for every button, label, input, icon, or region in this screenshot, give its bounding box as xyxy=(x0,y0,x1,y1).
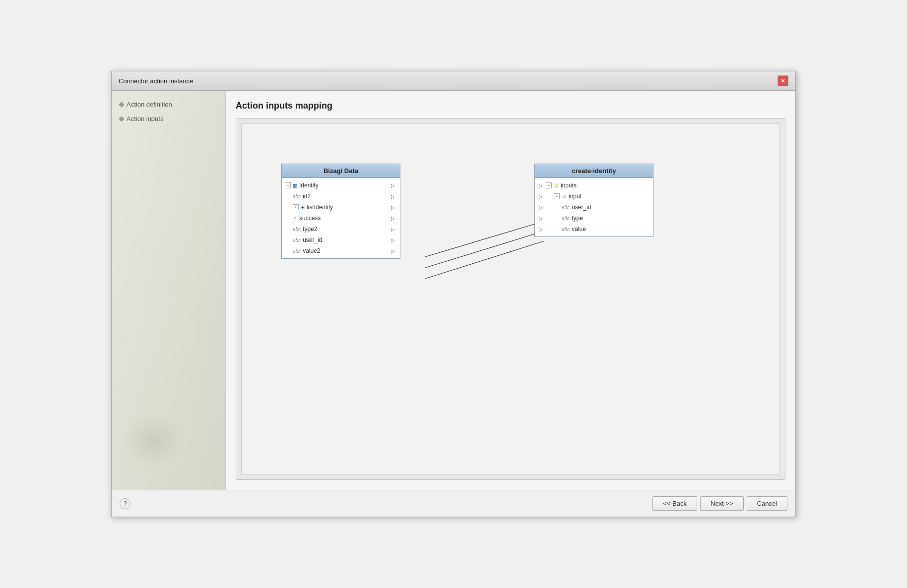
arrow-out-icon: ▷ xyxy=(390,237,396,243)
tree-label: value xyxy=(572,226,649,233)
tree-row: + ⊞ listIdentify ▷ xyxy=(282,202,400,213)
abc-icon: abc xyxy=(562,216,570,221)
bizagi-data-header: Bizagi Data xyxy=(282,164,400,178)
abc-icon: abc xyxy=(562,205,570,210)
tree-label: listIdentify xyxy=(307,204,390,211)
footer-right: << Back Next >> Cancel xyxy=(652,496,787,511)
dialog-title: Connector action instance xyxy=(119,77,193,85)
sidebar-item-label: Action inputs xyxy=(127,115,163,122)
footer: ? << Back Next >> Cancel xyxy=(112,490,795,517)
create-identity-body: ▷ − 🗂 inputs ▷ − 🗂 input xyxy=(535,178,653,236)
abc-icon: abc xyxy=(293,237,301,243)
arrow-out-icon: ▷ xyxy=(390,226,396,232)
tree-row: ▷ abc type xyxy=(535,213,653,224)
diamond-icon xyxy=(119,102,124,107)
abc-icon: abc xyxy=(562,227,570,232)
list-icon: ⊞ xyxy=(300,204,305,211)
tree-row: abc value2 ▷ xyxy=(282,245,400,256)
arrow-out-icon: ▷ xyxy=(390,182,396,188)
tree-label: user_id xyxy=(572,204,649,211)
folder-icon: 🗂 xyxy=(553,182,559,188)
abc-icon: abc xyxy=(293,227,301,232)
sidebar-item-label: Action definition xyxy=(127,101,172,108)
table-icon: ▦ xyxy=(292,182,297,189)
expand-btn[interactable]: − xyxy=(285,182,291,188)
mapping-canvas: Bizagi Data − ▦ Identify ▷ xyxy=(241,123,780,474)
bizagi-data-body: − ▦ Identify ▷ abc id2 ▷ xyxy=(282,178,400,258)
expand-btn[interactable]: − xyxy=(554,193,560,199)
tree-row: abc user_id ▷ xyxy=(282,235,400,245)
arrow-in-icon: ▷ xyxy=(538,215,544,221)
next-button[interactable]: Next >> xyxy=(700,496,744,511)
tree-row: ▷ − 🗂 input xyxy=(535,191,653,202)
arrow-out-icon: ▷ xyxy=(390,193,396,199)
arrow-out-icon: ▷ xyxy=(390,204,396,210)
close-button[interactable]: × xyxy=(777,75,788,86)
diamond-icon xyxy=(119,116,124,121)
arrow-in-icon: ▷ xyxy=(538,204,544,210)
folder-icon: 🗂 xyxy=(561,193,567,199)
tree-label: inputs xyxy=(561,182,649,189)
back-button[interactable]: << Back xyxy=(652,496,697,511)
sidebar-item-action-inputs[interactable]: Action inputs xyxy=(120,115,217,122)
tree-row: ✓ success ▷ xyxy=(282,213,400,224)
bizagi-data-box: Bizagi Data − ▦ Identify ▷ xyxy=(281,164,400,259)
sidebar: Action definition Action inputs xyxy=(112,91,226,490)
tree-row: ▷ abc user_id xyxy=(535,202,653,213)
main-content: Action inputs mapping xyxy=(226,91,795,490)
tree-row: abc id2 ▷ xyxy=(282,191,400,202)
sidebar-item-action-definition[interactable]: Action definition xyxy=(120,101,217,108)
tree-label: value2 xyxy=(303,247,390,254)
dialog-body: Action definition Action inputs Action i… xyxy=(112,91,795,490)
expand-btn[interactable]: − xyxy=(546,182,552,188)
svg-line-8 xyxy=(425,221,544,257)
tree-label: Identify xyxy=(299,182,390,189)
tree-label: success xyxy=(299,215,390,222)
tree-row: ▷ abc value xyxy=(535,224,653,235)
tree-row: ▷ − 🗂 inputs xyxy=(535,180,653,191)
tree-row: − ▦ Identify ▷ xyxy=(282,180,400,191)
tree-label: type xyxy=(572,215,649,222)
title-bar: Connector action instance × xyxy=(112,71,795,91)
arrow-in-icon: ▷ xyxy=(538,226,544,232)
footer-left: ? xyxy=(120,498,130,509)
mapping-area: Bizagi Data − ▦ Identify ▷ xyxy=(236,118,785,480)
check-icon: ✓ xyxy=(293,215,297,222)
dialog: Connector action instance × Action defin… xyxy=(111,71,796,517)
tree-label: id2 xyxy=(303,193,390,200)
arrow-out-icon: ▷ xyxy=(390,215,396,221)
arrow-out-icon: ▷ xyxy=(390,248,396,254)
svg-line-9 xyxy=(425,231,544,268)
svg-line-10 xyxy=(425,241,544,279)
expand-btn[interactable]: + xyxy=(293,204,299,210)
create-identity-header: create-identity xyxy=(535,164,653,178)
arrow-in-icon: ▷ xyxy=(538,193,544,199)
page-title: Action inputs mapping xyxy=(236,101,785,111)
abc-icon: abc xyxy=(293,194,301,199)
help-button[interactable]: ? xyxy=(120,498,130,509)
abc-icon: abc xyxy=(293,248,301,254)
tree-row: abc type2 ▷ xyxy=(282,224,400,235)
cancel-button[interactable]: Cancel xyxy=(747,496,787,511)
create-identity-box: create-identity ▷ − 🗂 inputs ▷ xyxy=(534,164,653,237)
tree-label: user_id xyxy=(303,236,390,243)
arrow-in-icon: ▷ xyxy=(538,182,544,188)
tree-label: input xyxy=(569,193,649,200)
tree-label: type2 xyxy=(303,226,390,233)
